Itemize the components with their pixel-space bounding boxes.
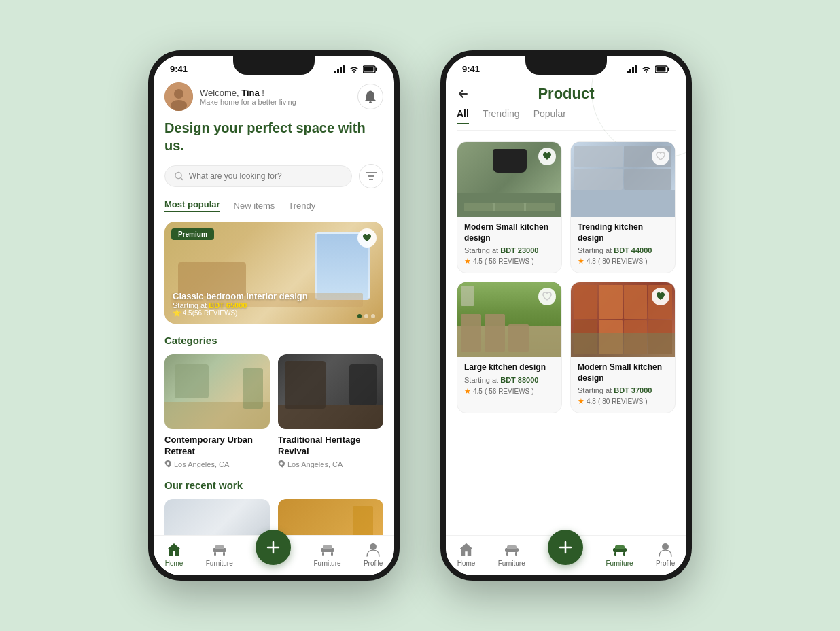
product-heart-3[interactable] (538, 288, 556, 305)
categories-grid: Contemporary Urban Retreat Los Angeles, … (164, 354, 383, 468)
heart-icon (362, 234, 372, 242)
bottom-nav-2: Home Furniture (446, 535, 686, 575)
home-icon (167, 542, 181, 557)
svg-rect-32 (635, 65, 637, 73)
tab-trendy[interactable]: Trendy (288, 201, 315, 211)
carousel-dots (357, 314, 375, 318)
add-button[interactable] (256, 530, 291, 565)
svg-rect-26 (331, 552, 333, 556)
wifi-icon (349, 65, 360, 73)
svg-rect-39 (507, 545, 517, 549)
svg-rect-27 (323, 545, 332, 549)
nav-profile[interactable]: Profile (364, 541, 383, 567)
product-info-3: Large kitchen design Starting at BDT 880… (457, 357, 561, 403)
product-card-3[interactable]: Large kitchen design Starting at BDT 880… (457, 282, 562, 413)
svg-rect-0 (334, 71, 336, 73)
products-grid: Modern Small kitchen design Starting at … (457, 141, 676, 413)
filter-button[interactable] (359, 164, 383, 188)
header-row: Welcome, Tina ! Make home for a better l… (164, 82, 383, 111)
home-icon-2 (459, 542, 474, 557)
product-image-1 (457, 142, 561, 217)
dot-3 (371, 314, 375, 318)
search-input[interactable] (189, 171, 342, 181)
recent-card-1[interactable] (164, 499, 270, 535)
category-location-traditional: Los Angeles, CA (278, 460, 383, 468)
nav-furniture-3[interactable]: Furniture (498, 541, 525, 567)
hero-info: Classic bedroom interior design Starting… (173, 291, 308, 317)
product-header: Product (457, 77, 676, 108)
svg-rect-44 (623, 552, 625, 556)
tab-new-items[interactable]: New items (234, 201, 275, 211)
category-card-urban[interactable]: Contemporary Urban Retreat Los Angeles, … (164, 354, 270, 468)
nav-furniture-2[interactable]: Furniture (314, 541, 341, 567)
product-heart-4[interactable] (652, 288, 669, 305)
svg-rect-1 (337, 69, 339, 73)
wifi-icon-2 (641, 65, 652, 73)
product-name-4: Modern Small kitchen design (578, 362, 668, 383)
welcome-subtitle: Make home for a better living (200, 98, 296, 106)
product-info-2: Trending kitchen design Starting at BDT … (571, 217, 675, 273)
status-icons-2 (627, 65, 670, 73)
furniture-icon-2 (319, 543, 336, 556)
premium-badge: Premium (171, 228, 214, 240)
back-arrow-icon (457, 88, 470, 100)
add-button-2[interactable] (548, 530, 583, 565)
product-card-2[interactable]: Trending kitchen design Starting at BDT … (570, 141, 676, 273)
category-location-urban: Los Angeles, CA (164, 460, 270, 468)
svg-rect-34 (668, 67, 670, 71)
hero-title: Classic bedroom interior design (173, 291, 308, 301)
search-input-wrap[interactable] (164, 165, 352, 187)
nav-profile-2[interactable]: Profile (656, 541, 675, 567)
furniture-icon (211, 543, 228, 556)
product-name-2: Trending kitchen design (578, 222, 668, 243)
nav-home-2[interactable]: Home (457, 541, 476, 567)
svg-rect-25 (322, 552, 324, 556)
product-heart-2[interactable] (652, 148, 669, 165)
product-info-1: Modern Small kitchen design Starting at … (457, 217, 561, 273)
notification-button[interactable] (357, 84, 383, 109)
location-icon (164, 460, 171, 468)
tab-most-popular[interactable]: Most popular (164, 199, 220, 212)
nav-home[interactable]: Home (165, 541, 183, 567)
product-rating-3: ★ 4.5(56 REVIEWS) (464, 387, 555, 396)
product-card-4[interactable]: Modern Small kitchen design Starting at … (570, 282, 676, 413)
product-heart-1[interactable] (538, 148, 556, 165)
back-button[interactable] (457, 88, 470, 100)
product-price-1: Starting at BDT 23000 (464, 246, 555, 254)
profile-icon (366, 542, 380, 557)
svg-rect-21 (215, 545, 224, 549)
status-bar: 9:41 (154, 56, 394, 77)
filter-tab-trending[interactable]: Trending (483, 108, 520, 124)
dot-1 (357, 314, 362, 318)
category-tabs: Most popular New items Trendy (164, 199, 383, 212)
hero-card[interactable]: Premium Classic bedroom interior design … (164, 222, 383, 324)
product-card-1[interactable]: Modern Small kitchen design Starting at … (457, 141, 562, 273)
status-time: 9:41 (170, 64, 188, 74)
bell-icon (364, 90, 377, 103)
svg-rect-6 (364, 67, 374, 71)
product-title: Product (538, 85, 594, 103)
filter-tab-popular[interactable]: Popular (533, 108, 566, 124)
furniture-icon-4 (612, 543, 628, 556)
signal-icon-2 (627, 65, 637, 73)
recent-card-2[interactable] (278, 499, 383, 535)
nav-furniture-active[interactable]: Furniture (606, 541, 633, 567)
hero-heart-button[interactable] (357, 228, 377, 248)
filter-tab-all[interactable]: All (457, 108, 469, 124)
product-rating-2: ★ 4.8(80 REVIEWS) (578, 257, 668, 266)
plus-icon (266, 540, 281, 555)
furniture-icon-3 (504, 543, 520, 556)
nav-furniture-1[interactable]: Furniture (206, 541, 233, 567)
category-name-urban: Contemporary Urban Retreat (164, 434, 270, 458)
svg-point-9 (171, 100, 187, 111)
svg-point-16 (167, 462, 169, 465)
welcome-text: Welcome, Tina ! (200, 88, 296, 98)
svg-point-10 (369, 101, 372, 103)
location-icon-2 (278, 460, 285, 468)
product-image-2 (571, 142, 675, 217)
svg-rect-19 (214, 552, 216, 556)
category-card-traditional[interactable]: Traditional Heritage Revival Los Angeles… (278, 354, 383, 468)
product-price-2: Starting at BDT 44000 (578, 246, 668, 254)
svg-point-17 (280, 462, 283, 465)
profile-icon-2 (659, 542, 672, 557)
